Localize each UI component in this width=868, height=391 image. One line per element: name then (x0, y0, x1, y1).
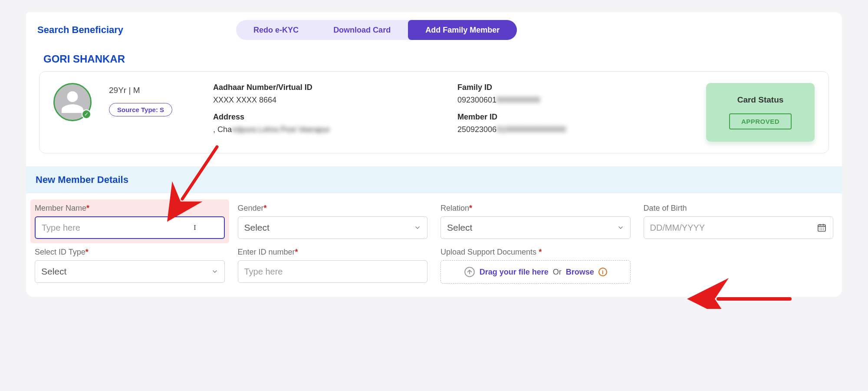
upload-cell: Upload Support Documents * Drag your fil… (441, 248, 631, 284)
address-label: Address (213, 113, 444, 122)
relation-label: Relation* (441, 204, 631, 213)
member-name-input-wrap: I (35, 216, 225, 239)
beneficiary-detail-card: ✓ 29Yr | M Source Type: S Aadhaar Number… (39, 71, 829, 153)
gender-cell: Gender* Select (238, 204, 428, 239)
tab-download-card[interactable]: Download Card (316, 20, 408, 40)
upload-label: Upload Support Documents * (441, 248, 631, 257)
browse-link[interactable]: Browse (566, 268, 594, 277)
calendar-icon (817, 222, 827, 233)
tab-redo-ekyc[interactable]: Redo e-KYC (236, 20, 316, 40)
id-type-cell: Select ID Type* Select (35, 248, 225, 284)
address-value: , Chandpura Lohra Post Veerapur (213, 125, 444, 134)
id-number-input[interactable] (244, 267, 421, 277)
gender-select[interactable]: Select (238, 216, 428, 239)
aadhaar-value: XXXX XXXX 8664 (213, 96, 444, 105)
upload-icon (464, 266, 475, 278)
card-status-badge: APPROVED (729, 113, 792, 129)
action-tabs: Redo e-KYC Download Card Add Family Memb… (236, 20, 517, 40)
svg-point-5 (822, 229, 822, 230)
svg-point-6 (823, 229, 824, 230)
family-id-value: 0923006010000000000 (457, 96, 689, 105)
dob-label: Date of Birth (644, 204, 834, 213)
chevron-down-icon (211, 268, 218, 275)
info-icon[interactable]: i (598, 268, 607, 276)
address-field: Address , Chandpura Lohra Post Veerapur (213, 113, 444, 134)
id-number-label: Enter ID number* (238, 248, 428, 257)
chevron-down-icon (617, 224, 624, 231)
avatar-block: ✓ (53, 83, 92, 121)
basic-info: 29Yr | M Source Type: S (109, 83, 196, 116)
id-type-label: Select ID Type* (35, 248, 225, 257)
empty-cell (644, 248, 834, 284)
family-id-field: Family ID 0923006010000000000 (457, 83, 689, 105)
svg-point-1 (820, 228, 821, 229)
aadhaar-label: Aadhaar Number/Virtual ID (213, 83, 444, 92)
gender-label: Gender* (238, 204, 428, 213)
age-gender: 29Yr | M (109, 86, 196, 95)
member-id-label: Member ID (457, 113, 689, 122)
card-status-box: Card Status APPROVED (706, 83, 815, 142)
member-name-input[interactable] (42, 223, 194, 233)
chevron-down-icon (414, 224, 421, 231)
family-id-label: Family ID (457, 83, 689, 92)
form-row-2: Select ID Type* Select Enter ID number* … (26, 243, 842, 288)
member-name-label: Member Name* (35, 204, 225, 213)
card-status-label: Card Status (715, 95, 806, 105)
form-row-1: Member Name* I Gender* Select Relation* … (26, 193, 842, 243)
relation-cell: Relation* Select (441, 204, 631, 239)
svg-point-4 (820, 229, 821, 230)
dob-cell: Date of Birth (644, 204, 834, 239)
member-id-field: Member ID 2509230060100000000000000 (457, 113, 689, 134)
svg-point-2 (822, 228, 822, 229)
annotation-arrow-2 (712, 288, 794, 309)
source-type-chip: Source Type: S (109, 103, 172, 116)
beneficiary-name: GORI SHANKAR (26, 44, 842, 71)
new-member-header: New Member Details (26, 166, 842, 193)
aadhaar-field: Aadhaar Number/Virtual ID XXXX XXXX 8664 (213, 83, 444, 105)
id-number-cell: Enter ID number* (238, 248, 428, 284)
text-cursor-icon: I (194, 224, 196, 232)
tab-add-family-member[interactable]: Add Family Member (408, 20, 517, 40)
upload-dropzone[interactable]: Drag your file here Or Browse i (441, 260, 631, 284)
relation-select[interactable]: Select (441, 216, 631, 239)
verified-tick-icon: ✓ (82, 109, 91, 119)
id-number-input-wrap (238, 260, 428, 283)
svg-point-3 (823, 228, 824, 229)
main-panel: Search Beneficiary Redo e-KYC Download C… (26, 12, 842, 297)
member-id-value: 2509230060100000000000000 (457, 125, 689, 134)
member-name-cell: Member Name* I (35, 204, 225, 239)
avatar: ✓ (53, 83, 92, 121)
header-row: Search Beneficiary Redo e-KYC Download C… (26, 12, 842, 44)
info-grid: Aadhaar Number/Virtual ID XXXX XXXX 8664… (213, 83, 689, 134)
id-type-select[interactable]: Select (35, 260, 225, 283)
dob-input[interactable] (644, 216, 834, 239)
page-title: Search Beneficiary (37, 24, 123, 36)
user-icon (59, 89, 85, 115)
